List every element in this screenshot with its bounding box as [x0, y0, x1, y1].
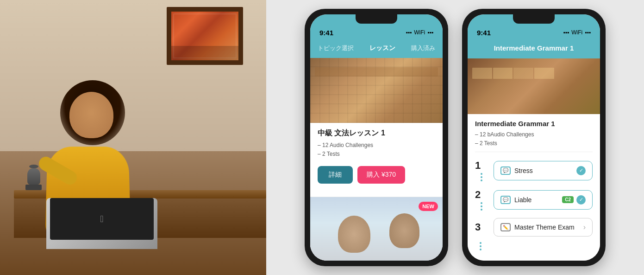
c2-badge: C2 [562, 196, 574, 203]
lesson-actions-1: 詳細 購入 ¥370 [310, 162, 443, 189]
lesson-meta-1: 12 Audio Challenges 2 Tests [318, 141, 435, 159]
phones-section: 9:41 ▪▪▪ WiFi ▪▪▪ トピック選択 レッスン 購入済み [266, 0, 644, 275]
chat-icon-1: 💬 [500, 166, 511, 175]
buy-button-1[interactable]: 購入 ¥370 [357, 166, 405, 184]
check-icon-1: ✓ [576, 166, 586, 175]
lesson-image-2: NEW [310, 197, 443, 261]
item-right-3: › [583, 223, 586, 231]
dot [481, 202, 482, 204]
item-left-3: ✏️ Master Theme Exam [500, 223, 575, 231]
item-name-2: Liable [514, 196, 531, 204]
item-number-2: 2 [475, 189, 488, 201]
lesson-info-1: 中級 文法レッスン 1 12 Audio Challenges 2 Tests [310, 123, 443, 162]
phone2-header: Intermediate Grammar 1 [468, 40, 600, 58]
dot [481, 209, 482, 211]
item-card-1[interactable]: 💬 Stress ✓ [494, 161, 593, 180]
status-time-2: 9:41 [477, 29, 491, 37]
nav-purchased[interactable]: 購入済み [411, 44, 435, 52]
signal-icon: ▪▪▪ [406, 29, 412, 36]
check-icon-2: ✓ [576, 195, 586, 205]
phone2-header-title: Intermediate Grammar 1 [475, 44, 593, 52]
item-number-1: 1 [475, 160, 488, 172]
trailing-dots [468, 240, 600, 252]
wifi-icon: WiFi [414, 29, 425, 36]
phone1-content: 中級 文法レッスン 1 12 Audio Challenges 2 Tests … [310, 58, 443, 261]
battery-icon-2: ▪▪▪ [585, 29, 591, 36]
lesson-items-list: 1 💬 Stress [468, 152, 600, 256]
item-card-2[interactable]: 💬 Liable C2 ✓ [494, 190, 593, 210]
nav-bar-1: トピック選択 レッスン 購入済み [310, 40, 443, 58]
phone-1: 9:41 ▪▪▪ WiFi ▪▪▪ トピック選択 レッスン 購入済み [305, 9, 448, 266]
chevron-right-icon: › [583, 223, 586, 231]
lesson-title-1: 中級 文法レッスン 1 [318, 128, 435, 138]
lesson-image-1 [310, 58, 443, 123]
item-left-2: 💬 Liable [500, 196, 531, 204]
new-badge: NEW [419, 202, 438, 211]
dot [481, 205, 482, 207]
photo-section:  [0, 0, 266, 275]
nav-lesson[interactable]: レッスン [369, 44, 395, 52]
pencil-icon: ✏️ [500, 223, 511, 231]
item-name-1: Stress [514, 167, 533, 174]
battery-icon: ▪▪▪ [427, 29, 433, 36]
item-name-3: Master Theme Exam [514, 224, 575, 231]
dot [481, 173, 482, 175]
grammar-title: Intermediate Grammar 1 [475, 120, 593, 128]
grammar-info: Intermediate Grammar 1 12 bAudio Challen… [468, 114, 600, 152]
lesson-card-1: 中級 文法レッスン 1 12 Audio Challenges 2 Tests … [310, 58, 443, 197]
item-right-1: ✓ [576, 166, 586, 175]
lesson-item-2[interactable]: 2 💬 Liable [468, 185, 600, 214]
item-number-3: 3 [475, 221, 488, 233]
item-card-3[interactable]: ✏️ Master Theme Exam › [494, 218, 593, 237]
wifi-icon-2: WiFi [571, 29, 582, 36]
status-icons-2: ▪▪▪ WiFi ▪▪▪ [563, 29, 591, 36]
dot [481, 176, 482, 178]
chat-icon-2: 💬 [500, 196, 511, 204]
status-icons-1: ▪▪▪ WiFi ▪▪▪ [406, 29, 433, 36]
signal-icon-2: ▪▪▪ [563, 29, 569, 36]
detail-button-1[interactable]: 詳細 [318, 166, 353, 184]
lesson-card-2: NEW 初級 文法 1 12 bAudio Challenges 2 Tests… [310, 197, 443, 261]
item-right-2: C2 ✓ [562, 195, 586, 205]
lesson-item-3[interactable]: 3 ✏️ Master Theme Exam › [468, 214, 600, 240]
lesson-item-1[interactable]: 1 💬 Stress [468, 156, 600, 185]
phone-2: 9:41 ▪▪▪ WiFi ▪▪▪ Intermediate Grammar 1 [462, 9, 606, 266]
item-left-1: 💬 Stress [500, 166, 533, 175]
grammar-image [468, 58, 600, 114]
grammar-meta: 12 bAudio Challenges 2 Tests [475, 130, 593, 148]
status-time-1: 9:41 [319, 29, 333, 37]
phone2-content: Intermediate Grammar 1 12 bAudio Challen… [468, 58, 600, 261]
nav-topic[interactable]: トピック選択 [318, 44, 354, 52]
dot [481, 179, 482, 181]
